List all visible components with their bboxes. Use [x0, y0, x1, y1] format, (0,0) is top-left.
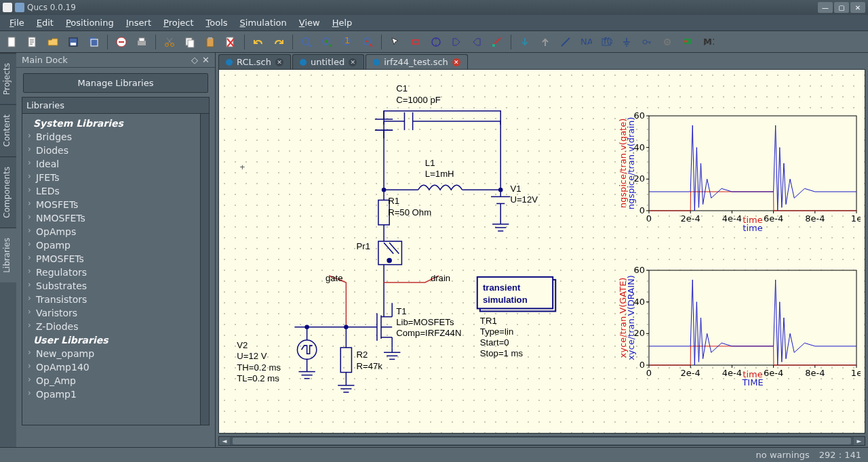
menu-positioning[interactable]: Positioning: [60, 16, 119, 29]
window-minimize[interactable]: —: [818, 2, 833, 13]
ground-rot-icon[interactable]: [428, 34, 444, 50]
new-text-icon[interactable]: [24, 34, 41, 50]
menu-file[interactable]: File: [4, 16, 30, 29]
resistor-icon[interactable]: [408, 34, 424, 50]
undo-icon[interactable]: [250, 34, 267, 50]
menu-insert[interactable]: Insert: [121, 16, 157, 29]
scroll-left-icon[interactable]: ◄: [219, 437, 230, 445]
line-icon[interactable]: [557, 34, 574, 50]
svg-text:f(x): f(x): [604, 36, 612, 46]
lib-item[interactable]: PMOSFETs: [24, 252, 208, 266]
document-tabs: RCL.sch✕untitled✕irfz44_test.sch✕: [216, 53, 868, 69]
select-icon[interactable]: [387, 34, 403, 50]
tab-RCL-sch[interactable]: RCL.sch✕: [218, 54, 291, 69]
save-icon[interactable]: [65, 34, 81, 50]
lib-item[interactable]: LEDs: [24, 184, 208, 198]
svg-text:simulation: simulation: [483, 295, 528, 305]
paste-icon[interactable]: [202, 34, 218, 50]
lib-item[interactable]: OpAmp140: [24, 360, 208, 374]
port2-icon[interactable]: [469, 34, 485, 50]
svg-point-16: [302, 38, 309, 45]
copy-icon[interactable]: [182, 34, 198, 50]
lib-item[interactable]: Z-Diodes: [24, 320, 208, 333]
lib-item[interactable]: Varistors: [24, 306, 208, 320]
side-tab-projects[interactable]: Projects: [0, 53, 16, 104]
lib-item[interactable]: Regulators: [24, 266, 208, 279]
lib-item[interactable]: Opamp1: [24, 387, 208, 401]
scroll-right-icon[interactable]: ►: [854, 437, 865, 445]
svg-text:Lib=MOSFETs: Lib=MOSFETs: [396, 317, 454, 327]
port-icon[interactable]: [448, 34, 465, 50]
gnd-icon[interactable]: [618, 34, 635, 50]
tab-close-icon[interactable]: ✕: [349, 58, 357, 66]
menu-tools[interactable]: Tools: [201, 16, 233, 29]
arrow-down-icon[interactable]: [517, 34, 533, 50]
delete-icon[interactable]: [113, 34, 130, 50]
arrow-up-icon[interactable]: [537, 34, 553, 50]
window-maximize[interactable]: ▢: [834, 2, 849, 13]
side-tab-libraries[interactable]: Libraries: [0, 228, 16, 282]
svg-text:NAME: NAME: [580, 37, 592, 47]
lib-item[interactable]: Transistors: [24, 293, 208, 306]
lib-item[interactable]: New_opamp: [24, 347, 208, 360]
tab-untitled[interactable]: untitled✕: [292, 54, 364, 69]
redo-icon[interactable]: [271, 34, 287, 50]
gear-icon[interactable]: [659, 34, 675, 50]
flag-icon[interactable]: [679, 34, 696, 50]
svg-text:time: time: [743, 369, 762, 379]
lib-item[interactable]: Diodes: [24, 144, 208, 157]
menu-view[interactable]: View: [294, 16, 326, 29]
svg-text:L1: L1: [425, 158, 435, 168]
zoom-out-icon[interactable]: [359, 34, 376, 50]
lib-item[interactable]: OpAmps: [24, 225, 208, 238]
manage-libraries-button[interactable]: Manage Libraries: [23, 73, 208, 93]
open-icon[interactable]: [45, 34, 61, 50]
svg-text:Start=0: Start=0: [480, 337, 509, 348]
menu-help[interactable]: Help: [327, 16, 358, 29]
lib-item[interactable]: JFETs: [24, 171, 208, 184]
new-file-icon[interactable]: [4, 34, 20, 50]
name-icon[interactable]: NAME: [578, 34, 594, 50]
tab-irfz44_test-sch[interactable]: irfz44_test.sch✕: [366, 54, 468, 69]
remove-icon[interactable]: [222, 34, 239, 50]
lib-item[interactable]: Bridges: [24, 130, 208, 144]
scroll-thumb[interactable]: [233, 438, 851, 444]
key-icon[interactable]: [639, 34, 655, 50]
tab-close-icon[interactable]: ✕: [275, 58, 283, 66]
wire-icon[interactable]: [489, 34, 505, 50]
dock-float-icon[interactable]: ◇: [191, 55, 198, 65]
tab-label: RCL.sch: [237, 57, 271, 67]
dock-side-tabs: ProjectsContentComponentsLibraries: [0, 53, 16, 447]
svg-point-83: [344, 325, 348, 329]
menu-edit[interactable]: Edit: [31, 16, 59, 29]
lib-item[interactable]: Opamp: [24, 238, 208, 252]
lib-item[interactable]: Ideal: [24, 157, 208, 171]
dock-close-icon[interactable]: ✕: [202, 55, 210, 65]
zoom-fit-icon[interactable]: [298, 34, 315, 50]
save-all-icon[interactable]: [85, 34, 102, 50]
toolbar: 1NAMEf(x)M1: [0, 31, 868, 53]
svg-text:TR1: TR1: [480, 316, 497, 326]
svg-point-27: [643, 40, 647, 44]
menu-project[interactable]: Project: [158, 16, 199, 29]
side-tab-content[interactable]: Content: [0, 104, 16, 156]
sim-box-icon[interactable]: f(x): [598, 34, 614, 50]
cut-icon[interactable]: [161, 34, 178, 50]
lib-item[interactable]: Substrates: [24, 279, 208, 293]
menu-simulation[interactable]: Simulation: [235, 16, 292, 29]
window-title: Qucs 0.0.19: [27, 3, 76, 12]
lib-item[interactable]: NMOSFETs: [24, 211, 208, 225]
libraries-tree[interactable]: System LibrariesBridgesDiodesIdealJFETsL…: [22, 114, 210, 425]
lib-item[interactable]: MOSFETs: [24, 198, 208, 211]
print-icon[interactable]: [134, 34, 150, 50]
side-tab-components[interactable]: Components: [0, 156, 16, 228]
zoom-in-icon[interactable]: [319, 34, 335, 50]
horizontal-scrollbar[interactable]: ◄ ►: [218, 436, 865, 446]
tab-close-icon[interactable]: ✕: [452, 58, 460, 66]
editor-area: RCL.sch✕untitled✕irfz44_test.sch✕: [216, 53, 868, 447]
lib-item[interactable]: Op_Amp: [24, 374, 208, 387]
schematic-canvas[interactable]: C1 C=1000 pF L1 L=1mH R1 R=50 Ohm V1 U=1…: [218, 69, 865, 434]
window-close[interactable]: ✕: [850, 2, 865, 13]
marker-icon[interactable]: M1: [700, 34, 716, 50]
zoom-1-icon[interactable]: 1: [339, 34, 355, 50]
